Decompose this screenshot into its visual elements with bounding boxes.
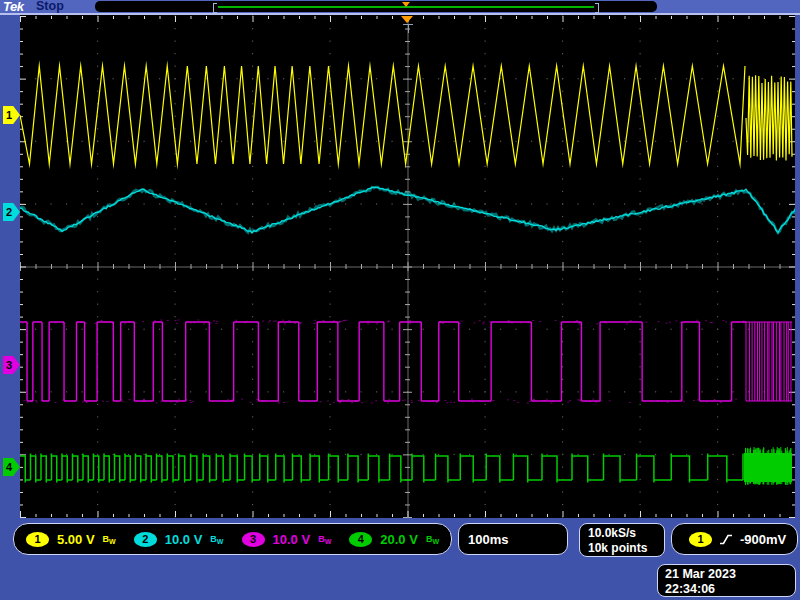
channel-3-marker-label: 3 xyxy=(6,359,12,371)
channel-4-marker-label: 4 xyxy=(6,461,12,473)
bandwidth-limit-icon: BW xyxy=(426,534,439,545)
channel-readouts-box[interactable]: 1 5.00 V BW 2 10.0 V BW 3 10.0 V BW 4 20… xyxy=(13,523,452,555)
channel-4-marker[interactable]: 4 xyxy=(3,458,20,476)
tek-logo: Tek xyxy=(3,0,23,14)
waveform-canvas xyxy=(20,15,795,518)
trigger-box[interactable]: 1 -900mV xyxy=(671,523,798,555)
channel-1-badge-num: 1 xyxy=(34,533,40,545)
channel-4-readout[interactable]: 4 20.0 V BW xyxy=(349,532,439,547)
record-view-bar[interactable] xyxy=(95,1,657,12)
timebase-box[interactable]: 100ms xyxy=(458,523,568,555)
channel-3-badge: 3 xyxy=(242,532,265,547)
oscilloscope-screen: Tek Stop 1 2 3 4 1 5.00 V BW 2 10.0 V xyxy=(0,0,800,600)
bandwidth-limit-icon: BW xyxy=(210,534,223,545)
trigger-source-num: 1 xyxy=(697,533,703,545)
channel-3-readout[interactable]: 3 10.0 V BW xyxy=(242,532,332,547)
rising-edge-icon xyxy=(719,533,733,546)
date-text: 21 Mar 2023 xyxy=(665,567,795,582)
timebase-scale: 100ms xyxy=(468,532,508,547)
channel-1-scale: 5.00 V xyxy=(57,532,95,547)
waveform-display xyxy=(20,15,795,518)
channel-2-badge: 2 xyxy=(134,532,157,547)
channel-4-badge: 4 xyxy=(349,532,372,547)
channel-3-badge-num: 3 xyxy=(250,533,256,545)
acquisition-box[interactable]: 10.0kS/s 10k points xyxy=(579,523,665,557)
trigger-t-hash-icon xyxy=(403,24,413,33)
channel-3-scale: 10.0 V xyxy=(273,532,311,547)
top-bar: Tek Stop xyxy=(0,0,800,13)
channel-2-badge-num: 2 xyxy=(142,533,148,545)
window-bracket-left-icon xyxy=(213,3,217,13)
trigger-position-marker[interactable] xyxy=(401,16,413,23)
trigger-position-icon xyxy=(402,2,410,7)
window-bracket-right-icon xyxy=(595,3,599,13)
record-length: 10k points xyxy=(588,541,664,556)
channel-3-marker[interactable]: 3 xyxy=(3,356,20,374)
channel-2-marker-label: 2 xyxy=(6,206,12,218)
record-window-line xyxy=(218,6,594,8)
channel-4-badge-num: 4 xyxy=(358,533,364,545)
sample-rate: 10.0kS/s xyxy=(588,526,664,541)
channel-2-readout[interactable]: 2 10.0 V BW xyxy=(134,532,224,547)
datetime-box: 21 Mar 2023 22:34:06 xyxy=(657,564,796,597)
channel-1-marker[interactable]: 1 xyxy=(3,106,20,124)
channel-1-marker-label: 1 xyxy=(6,109,12,121)
trigger-level: -900mV xyxy=(740,532,786,547)
channel-4-scale: 20.0 V xyxy=(380,532,418,547)
bandwidth-limit-icon: BW xyxy=(318,534,331,545)
time-text: 22:34:06 xyxy=(665,582,795,597)
channel-1-readout[interactable]: 1 5.00 V BW xyxy=(26,532,116,547)
bandwidth-limit-icon: BW xyxy=(103,534,116,545)
channel-1-badge: 1 xyxy=(26,532,49,547)
channel-2-scale: 10.0 V xyxy=(165,532,203,547)
trigger-source-badge: 1 xyxy=(689,532,712,547)
channel-2-marker[interactable]: 2 xyxy=(3,203,20,221)
acquisition-status: Stop xyxy=(36,0,64,13)
